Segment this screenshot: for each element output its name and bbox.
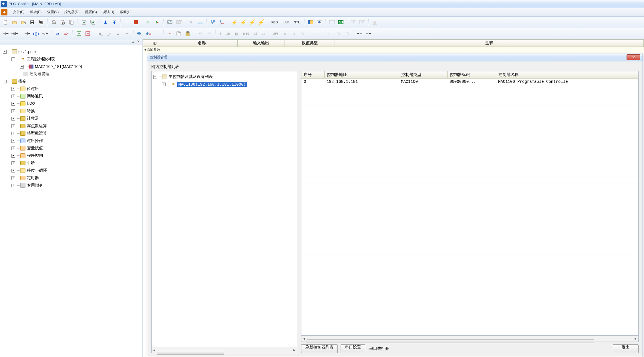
refresh-button[interactable]: 刷新控制器列表 <box>301 344 338 353</box>
redo-icon[interactable]: ↷ <box>205 30 213 38</box>
scroll-thumb[interactable] <box>307 339 594 343</box>
font-16-icon[interactable]: 16 <box>252 30 259 38</box>
col-io[interactable]: 输入输出 <box>238 40 285 47</box>
tool-f-icon[interactable]: ⎍ <box>325 30 333 38</box>
bolt3-icon[interactable]: ⚡ <box>248 18 256 26</box>
tree-root[interactable]: −⋯ test1.pecx <box>3 48 140 55</box>
expand-icon[interactable]: + <box>11 139 15 143</box>
tree-cat-4[interactable]: +⋯计数器 <box>3 115 140 122</box>
menu-edit[interactable]: 编辑(E) <box>27 8 44 16</box>
wire-2w-icon[interactable]: 2W <box>271 30 280 38</box>
line-right-icon[interactable]: ⎯▶ <box>105 30 113 38</box>
col-comment[interactable]: 注释 <box>335 40 644 47</box>
tool-g-icon[interactable]: ▢ <box>334 30 342 38</box>
col-type[interactable]: 数值类型 <box>285 40 335 47</box>
tree-cat-11[interactable]: +⋯移位与循环 <box>3 167 140 174</box>
watch-icon[interactable] <box>196 18 204 26</box>
tree-instructions[interactable]: −⋯ 指令 <box>3 78 140 85</box>
tree-controllers[interactable]: −⋯ ⚑ 工程控制器列表 <box>3 55 140 63</box>
tag1-icon[interactable] <box>328 18 336 26</box>
bolt1-icon[interactable]: ⚡ <box>230 18 238 26</box>
mail-out-icon[interactable] <box>358 18 366 26</box>
expand-icon[interactable]: + <box>11 102 15 106</box>
font-010-icon[interactable]: 0.10 <box>241 30 251 38</box>
contact-nc-icon[interactable]: ⊣/⊢ <box>11 30 19 38</box>
tag2-icon[interactable]: ST <box>337 18 345 26</box>
gcol-id[interactable]: 控制器标识 <box>447 71 496 78</box>
tree-cat-10[interactable]: +⋯中断 <box>3 159 140 167</box>
expand-icon[interactable]: − <box>153 75 157 79</box>
replace-icon[interactable]: abac <box>144 30 152 38</box>
contact-no2-icon[interactable]: ⊣⊢ <box>23 30 31 38</box>
controller-tree[interactable]: −⋯ 主控制器及其从设备列表 +⋯ ⚑ MAC1100(192.168.1.18… <box>151 71 297 347</box>
expand-icon[interactable]: + <box>20 65 24 69</box>
line-left-icon[interactable]: ◀⎯ <box>96 30 104 38</box>
tree-cat-8[interactable]: +⋯变量赋值 <box>3 145 140 152</box>
tool-d-icon[interactable]: ⎍ <box>307 30 315 38</box>
network-icon[interactable] <box>209 18 217 26</box>
tree-cat-0[interactable]: +⋯位逻辑 <box>3 85 140 93</box>
copy-icon[interactable] <box>67 18 75 26</box>
download-icon[interactable] <box>102 18 110 26</box>
wire-close-icon[interactable]: ⊣⊢ <box>364 30 372 38</box>
menu-config[interactable]: 配置(C) <box>82 8 100 16</box>
tool-c-icon[interactable]: ✎ <box>299 30 307 38</box>
font-10u-icon[interactable]: 10 <box>232 30 240 38</box>
expand-icon[interactable]: + <box>11 176 15 180</box>
gcol-type[interactable]: 控制器类型 <box>399 71 447 78</box>
tool-a-icon[interactable]: ⎍ <box>281 30 289 38</box>
layout1-icon[interactable] <box>307 18 315 26</box>
tree-mac1100[interactable]: +⋯ MAC1100_181(MAC1100) <box>3 63 140 70</box>
menu-view[interactable]: 查看(V) <box>44 8 61 16</box>
gcol-addr[interactable]: 控制器地址 <box>324 71 399 78</box>
tree-cat-1[interactable]: +⋯网络通讯 <box>3 93 140 100</box>
gcol-no[interactable]: 序号 <box>301 71 324 78</box>
wire-open-icon[interactable]: ⊢⊣ <box>355 30 363 38</box>
menu-controller[interactable]: 控制器(D) <box>61 8 82 16</box>
expand-icon[interactable]: + <box>11 95 15 98</box>
dialog-titlebar[interactable]: 控制器管理 ✕ <box>147 53 643 61</box>
add-param-row[interactable]: +添加参数 <box>143 47 644 53</box>
lang-lad[interactable]: LAD <box>281 18 291 26</box>
dialog-close-button[interactable]: ✕ <box>627 54 640 60</box>
ctree-item[interactable]: +⋯ ⚑ MAC1100(192.168.1.181:11000) <box>153 81 295 88</box>
lang-fbd[interactable]: FBD <box>269 18 280 26</box>
sidebar-pin-icon[interactable]: ⊿ <box>131 39 136 45</box>
branch-down-icon[interactable]: ≡▾ <box>53 30 61 38</box>
expand-icon[interactable]: + <box>11 87 15 91</box>
expand-icon[interactable]: + <box>11 154 15 158</box>
new-icon[interactable] <box>2 18 10 26</box>
block-icon[interactable] <box>371 18 379 26</box>
expand-icon[interactable]: + <box>11 117 15 121</box>
controller-grid[interactable]: 序号 控制器地址 控制器类型 控制器标识 控制器名称 0 192.16 <box>301 71 639 336</box>
monitor-icon[interactable] <box>166 18 174 26</box>
bolt2-icon[interactable]: ⚡ <box>239 18 247 26</box>
tree-hscroll[interactable]: ◄ ► <box>151 347 297 353</box>
tree-controller-mgr[interactable]: ⋯⋯ 控制器管理 <box>3 70 140 78</box>
lang-stl[interactable]: STL <box>292 18 302 26</box>
font-a-icon[interactable]: a <box>260 30 267 38</box>
save-all-icon[interactable] <box>37 18 45 26</box>
tool-e-icon[interactable]: ⎍ <box>316 30 324 38</box>
del-box-icon[interactable] <box>84 30 92 38</box>
undo-icon[interactable]: ↶ <box>196 30 204 38</box>
expand-icon[interactable]: + <box>11 132 15 135</box>
tree-cat-7[interactable]: +⋯逻辑操作 <box>3 137 140 145</box>
line-down-icon[interactable]: ▼ <box>123 30 131 38</box>
find-icon[interactable]: a <box>136 30 144 38</box>
tree-cat-9[interactable]: +⋯程序控制 <box>3 152 140 159</box>
print-icon[interactable] <box>50 18 58 26</box>
expand-icon[interactable]: + <box>162 83 166 86</box>
force-stop-icon[interactable]: !n <box>153 18 161 26</box>
ctree-root[interactable]: −⋯ 主控制器及其从设备列表 <box>153 73 295 81</box>
col-id[interactable]: ID <box>143 40 166 47</box>
coil-icon[interactable]: ▸()◂ <box>32 30 40 38</box>
cut-icon[interactable]: ✂ <box>166 30 174 38</box>
scroll-thumb[interactable] <box>157 351 224 355</box>
open2-icon[interactable] <box>19 18 27 26</box>
add-box-icon[interactable] <box>75 30 83 38</box>
expand-icon[interactable]: − <box>3 80 7 83</box>
tree-cat-3[interactable]: +⋯转换 <box>3 107 140 115</box>
monitor-off-icon[interactable]: MC <box>175 18 183 26</box>
col-name[interactable]: 名称 <box>166 40 238 47</box>
